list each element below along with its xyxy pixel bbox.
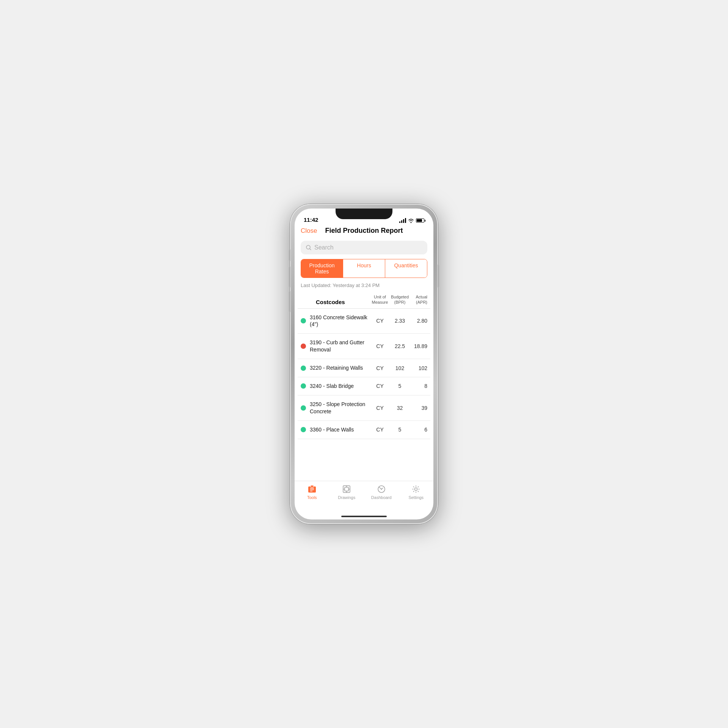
row-uom: CY [370, 365, 389, 371]
col-header-actual: Actual(APR) [410, 294, 427, 305]
table-row[interactable]: 3160 Concrete Sidewalk (4") CY 2.33 2.80 [298, 309, 430, 334]
col-header-uom: Unit ofMeasure [370, 294, 389, 305]
nav-item-drawings[interactable]: Drawings [329, 484, 364, 500]
nav-item-tools[interactable]: Tools [295, 484, 329, 500]
page-title: Field Production Report [325, 227, 403, 235]
status-indicator-green [301, 318, 306, 323]
row-costcode-name: 3360 - Place Walls [310, 426, 370, 433]
settings-icon [411, 484, 421, 494]
battery-icon [416, 218, 424, 223]
phone-screen: 11:42 [295, 209, 433, 519]
row-uom: CY [370, 405, 389, 411]
signal-icon [399, 218, 406, 223]
col-header-costcodes: Costcodes [316, 299, 370, 305]
row-costcode-name: 3240 - Slab Bridge [310, 383, 370, 390]
nav-item-settings[interactable]: Settings [399, 484, 434, 500]
tab-hours[interactable]: Hours [343, 259, 385, 278]
status-indicator-green [301, 405, 306, 411]
table-row[interactable]: 3250 - Slope Protection Concrete CY 32 3… [298, 395, 430, 421]
row-costcode-name: 3160 Concrete Sidewalk (4") [310, 314, 370, 328]
row-actual: 39 [410, 405, 427, 411]
svg-rect-3 [311, 485, 314, 487]
row-budgeted: 5 [389, 427, 410, 433]
bottom-nav: Tools Drawings [295, 481, 433, 512]
phone-shell: 11:42 [290, 204, 438, 524]
table-row[interactable]: 3220 - Retaining Walls CY 102 102 [298, 359, 430, 377]
volume-down-button [289, 291, 290, 312]
notch [336, 209, 392, 219]
phone-wrapper: 11:42 [290, 204, 438, 524]
nav-label-settings: Settings [408, 495, 424, 500]
nav-header: Close Field Production Report [295, 225, 433, 238]
row-budgeted: 5 [389, 383, 410, 389]
nav-label-tools: Tools [307, 495, 317, 500]
last-updated: Last Updated: Yesterday at 3:24 PM [295, 281, 433, 291]
svg-line-1 [310, 249, 311, 250]
svg-point-14 [381, 489, 382, 490]
nav-label-dashboard: Dashboard [371, 495, 392, 500]
row-budgeted: 22.5 [389, 343, 410, 349]
status-time: 11:42 [304, 217, 318, 223]
mute-button [289, 249, 290, 261]
table-row[interactable]: 3360 - Place Walls CY 5 6 [298, 421, 430, 439]
status-indicator-red [301, 344, 306, 349]
volume-up-button [289, 267, 290, 287]
wifi-icon [408, 218, 414, 223]
drawings-icon [342, 484, 351, 494]
row-uom: CY [370, 318, 389, 324]
tab-production-rates[interactable]: Production Rates [301, 259, 343, 278]
close-button[interactable]: Close [301, 227, 317, 235]
row-costcode-name: 3250 - Slope Protection Concrete [310, 401, 370, 415]
status-icons [399, 218, 424, 223]
row-uom: CY [370, 343, 389, 349]
row-budgeted: 2.33 [389, 318, 410, 324]
row-budgeted: 32 [389, 405, 410, 411]
row-uom: CY [370, 427, 389, 433]
nav-label-drawings: Drawings [338, 495, 355, 500]
table-row[interactable]: 3240 - Slab Bridge CY 5 8 [298, 377, 430, 395]
search-placeholder: Search [314, 244, 334, 251]
tab-bar: Production Rates Hours Quantities [301, 259, 427, 278]
row-actual: 6 [410, 427, 427, 433]
search-icon [306, 245, 311, 250]
status-indicator-green [301, 383, 306, 389]
svg-rect-8 [345, 487, 348, 491]
row-costcode-name: 3190 - Curb and Gutter Removal [310, 339, 370, 353]
tools-icon [307, 484, 317, 494]
row-actual: 2.80 [410, 318, 427, 324]
svg-point-15 [415, 488, 417, 491]
nav-item-dashboard[interactable]: Dashboard [364, 484, 399, 500]
home-indicator [295, 512, 433, 519]
table-header: Costcodes Unit ofMeasure Budgeted(BPR) A… [298, 291, 430, 309]
table-container: Costcodes Unit ofMeasure Budgeted(BPR) A… [295, 291, 433, 481]
row-costcode-name: 3220 - Retaining Walls [310, 364, 370, 372]
status-indicator-green [301, 427, 306, 432]
col-header-budgeted: Budgeted(BPR) [389, 294, 410, 305]
row-actual: 8 [410, 383, 427, 389]
row-uom: CY [370, 383, 389, 389]
status-indicator-green [301, 366, 306, 371]
row-budgeted: 102 [389, 365, 410, 371]
search-bar[interactable]: Search [301, 241, 427, 254]
home-bar [341, 516, 387, 517]
dashboard-icon [377, 484, 386, 494]
row-actual: 102 [410, 365, 427, 371]
row-actual: 18.89 [410, 343, 427, 349]
table-row[interactable]: 3190 - Curb and Gutter Removal CY 22.5 1… [298, 334, 430, 359]
search-container: Search [295, 238, 433, 259]
tab-quantities[interactable]: Quantities [385, 259, 427, 278]
power-button [438, 265, 439, 287]
